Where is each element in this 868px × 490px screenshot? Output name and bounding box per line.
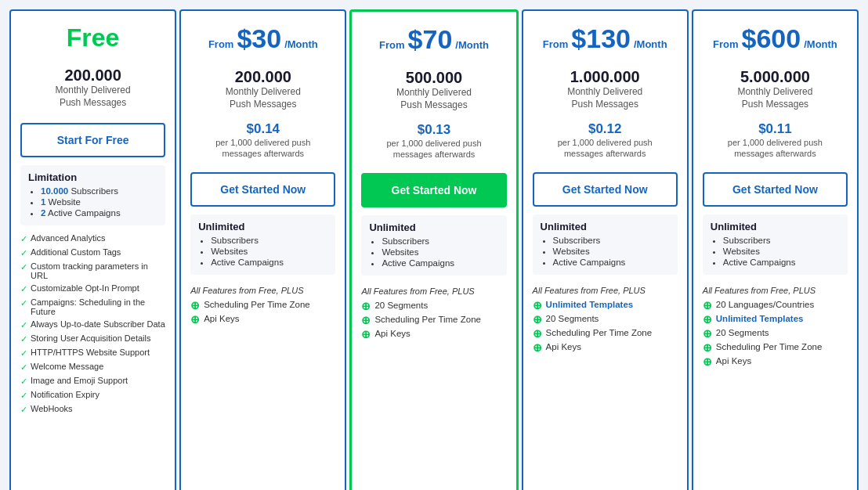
rate-amount: $0.11 bbox=[703, 121, 848, 137]
plus-icon: ⊕ bbox=[703, 356, 712, 367]
plus-icon: ⊕ bbox=[703, 342, 712, 353]
limitation-item: 10.000 Subscribers bbox=[41, 186, 157, 196]
plan-messages-130: 1.000.000 Monthly DeliveredPush Messages bbox=[533, 68, 678, 110]
feature-item: ✓ Always Up-to-date Subscriber Data bbox=[20, 318, 165, 332]
plan-card-70: From $70 /Month 500.000 Monthly Delivere… bbox=[349, 9, 518, 490]
plus-item: ⊕ 20 Segments bbox=[703, 328, 848, 339]
plus-item-text: 20 Segments bbox=[716, 328, 769, 337]
plan-header-30: From $30 /Month bbox=[190, 23, 335, 54]
plus-item-text: 20 Segments bbox=[374, 301, 428, 310]
feature-text: Additional Custom Tags bbox=[31, 247, 121, 257]
plus-item: ⊕ Api Keys bbox=[190, 314, 335, 325]
plus-item: ⊕ Unlimited Templates bbox=[703, 314, 848, 325]
plus-item-text: Scheduling Per Time Zone bbox=[716, 342, 823, 351]
unlimited-list: SubscribersWebsitesActive Campaigns bbox=[369, 236, 498, 268]
messages-label: Monthly DeliveredPush Messages bbox=[361, 87, 506, 111]
plus-icon: ⊕ bbox=[190, 314, 200, 325]
plus-item-text: Api Keys bbox=[546, 342, 581, 351]
feature-item: ✓ Campaigns: Scheduling in the Future bbox=[20, 296, 165, 318]
plus-item: ⊕ Api Keys bbox=[533, 342, 678, 353]
features-section: ✓ Advanced Analytics ✓ Additional Custom… bbox=[20, 232, 165, 482]
plus-item: ⊕ Scheduling Per Time Zone bbox=[190, 300, 335, 311]
plus-item-text: 20 Languages/Countries bbox=[716, 300, 814, 309]
plus-item-text: Api Keys bbox=[204, 314, 239, 323]
plus-intro: All Features from Free, PLUS bbox=[361, 286, 506, 296]
messages-count: 200.000 bbox=[190, 68, 335, 86]
plus-item-text: Unlimited Templates bbox=[546, 300, 634, 309]
plus-item-text: Api Keys bbox=[374, 329, 410, 338]
plus-icon: ⊕ bbox=[361, 329, 371, 340]
plan-messages-30: 200.000 Monthly DeliveredPush Messages bbox=[190, 68, 335, 110]
plan-from-label: From bbox=[543, 38, 569, 50]
unlimited-item: Subscribers bbox=[553, 236, 670, 245]
plus-section-600: All Features from Free, PLUS ⊕ 20 Langua… bbox=[703, 286, 848, 370]
check-icon: ✓ bbox=[20, 391, 27, 401]
plus-item-text: Api Keys bbox=[716, 356, 751, 366]
limitation-list: 10.000 Subscribers1 Website2 Active Camp… bbox=[28, 186, 157, 218]
plan-price-line: From $130 /Month bbox=[533, 23, 678, 54]
plan-period: /Month bbox=[455, 39, 489, 51]
unlimited-item: Websites bbox=[553, 247, 670, 256]
rate-label: per 1,000 delivered pushmessages afterwa… bbox=[190, 137, 335, 160]
cta-button-130[interactable]: Get Started Now bbox=[533, 172, 678, 207]
plan-card-130: From $130 /Month 1.000.000 Monthly Deliv… bbox=[522, 9, 689, 490]
messages-count: 1.000.000 bbox=[533, 68, 678, 86]
unlimited-section-600: Unlimited SubscribersWebsitesActive Camp… bbox=[703, 214, 848, 275]
rate-amount: $0.13 bbox=[361, 122, 506, 138]
check-icon: ✓ bbox=[20, 298, 27, 308]
rate-label: per 1,000 delivered pushmessages afterwa… bbox=[361, 138, 506, 160]
plus-icon: ⊕ bbox=[533, 328, 542, 339]
plus-item-text: Scheduling Per Time Zone bbox=[546, 328, 653, 337]
unlimited-list: SubscribersWebsitesActive Campaigns bbox=[711, 236, 840, 267]
plan-price: $130 bbox=[571, 23, 631, 54]
feature-text: Campaigns: Scheduling in the Future bbox=[31, 297, 165, 316]
check-icon: ✓ bbox=[20, 248, 27, 258]
unlimited-item: Subscribers bbox=[723, 236, 840, 245]
plus-icon: ⊕ bbox=[703, 300, 712, 311]
messages-count: 5.000.000 bbox=[703, 68, 848, 86]
plan-card-600: From $600 /Month 5.000.000 Monthly Deliv… bbox=[692, 9, 859, 490]
unlimited-item: Websites bbox=[723, 247, 840, 256]
plus-item: ⊕ Unlimited Templates bbox=[533, 300, 678, 311]
plan-card-free: Free 200.000 Monthly DeliveredPush Messa… bbox=[9, 9, 176, 490]
plus-item: ⊕ Scheduling Per Time Zone bbox=[533, 328, 678, 339]
messages-label: Monthly DeliveredPush Messages bbox=[20, 85, 165, 109]
feature-text: Custom tracking parameters in URL bbox=[31, 261, 165, 280]
check-icon: ✓ bbox=[20, 284, 27, 294]
plus-item-text: Unlimited Templates bbox=[716, 314, 804, 323]
check-icon: ✓ bbox=[20, 320, 27, 330]
plan-card-30: From $30 /Month 200.000 Monthly Delivere… bbox=[179, 9, 346, 490]
plan-header-free: Free bbox=[20, 23, 165, 52]
plus-section-130: All Features from Free, PLUS ⊕ Unlimited… bbox=[533, 286, 678, 356]
rate-amount: $0.12 bbox=[533, 121, 678, 137]
plan-header-130: From $130 /Month bbox=[533, 23, 678, 54]
limitation-item: 2 Active Campaigns bbox=[41, 208, 157, 218]
unlimited-section-30: Unlimited SubscribersWebsitesActive Camp… bbox=[190, 214, 335, 275]
limitation-item: 1 Website bbox=[41, 197, 157, 207]
plus-intro: All Features from Free, PLUS bbox=[703, 286, 848, 295]
cta-button-70[interactable]: Get Started Now bbox=[361, 173, 506, 207]
plus-icon: ⊕ bbox=[533, 300, 542, 311]
feature-item: ✓ Image and Emoji Support bbox=[20, 374, 165, 388]
pricing-table: Free 200.000 Monthly DeliveredPush Messa… bbox=[8, 8, 860, 490]
plan-from-label: From bbox=[713, 38, 739, 50]
cta-button-free[interactable]: Start For Free bbox=[20, 123, 165, 157]
plus-item: ⊕ Api Keys bbox=[703, 356, 848, 367]
cta-button-600[interactable]: Get Started Now bbox=[703, 172, 848, 207]
limitation-title: Limitation bbox=[28, 171, 157, 183]
plus-icon: ⊕ bbox=[361, 315, 371, 326]
plan-rate-130: $0.12 per 1,000 delivered pushmessages a… bbox=[533, 121, 678, 160]
plan-rate-30: $0.14 per 1,000 delivered pushmessages a… bbox=[190, 121, 335, 160]
plus-item: ⊕ 20 Segments bbox=[361, 301, 506, 312]
plan-price: $600 bbox=[742, 23, 801, 54]
cta-button-30[interactable]: Get Started Now bbox=[190, 172, 335, 207]
plan-price-line: From $600 /Month bbox=[703, 23, 848, 54]
plus-icon: ⊕ bbox=[190, 300, 200, 311]
messages-count: 500.000 bbox=[361, 69, 506, 87]
plan-period: /Month bbox=[804, 38, 837, 50]
check-icon: ✓ bbox=[20, 362, 27, 373]
unlimited-item: Subscribers bbox=[382, 236, 498, 246]
plan-from-label: From bbox=[379, 39, 405, 51]
check-icon: ✓ bbox=[20, 262, 27, 272]
feature-item: ✓ Advanced Analytics bbox=[20, 232, 165, 246]
